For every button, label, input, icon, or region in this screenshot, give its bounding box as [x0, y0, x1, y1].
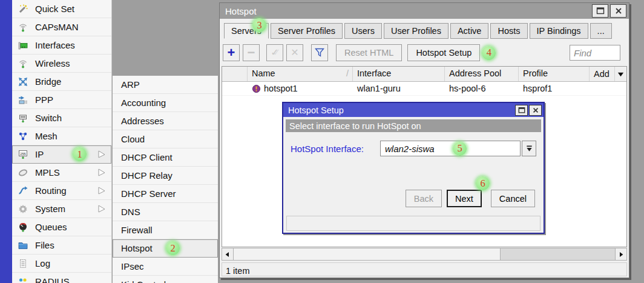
- scroll-right-button[interactable]: [615, 248, 626, 260]
- sidebar-item-switch[interactable]: Switch: [12, 109, 111, 127]
- submenu-item-label: Firewall: [121, 225, 153, 235]
- hotspot-window-titlebar[interactable]: Hotspot: [220, 3, 629, 19]
- sidebar-item-routing[interactable]: Routing: [12, 182, 111, 200]
- sidebar-item-label: Routing: [35, 185, 67, 196]
- sidebar-item-quick-set[interactable]: Quick Set: [12, 0, 111, 18]
- hotspot-server-icon: [252, 84, 261, 93]
- mpls-tag-icon: [17, 167, 29, 179]
- sidebar-item-label: Mesh: [35, 131, 58, 141]
- close-button[interactable]: [610, 4, 626, 18]
- step-badge-2: 2: [166, 241, 180, 255]
- status-bar: 1 item: [222, 262, 627, 276]
- hotspot-setup-button[interactable]: Hotspot Setup: [407, 44, 480, 61]
- hotspot-toolbar: + − ✓ ✕ Reset HTML Hotspot Setup 4: [220, 39, 629, 62]
- sidebar-item-mpls[interactable]: MPLS: [12, 164, 111, 182]
- back-button[interactable]: Back: [406, 190, 442, 207]
- submenu-item-hotspot[interactable]: Hotspot 2: [113, 239, 218, 258]
- disable-button[interactable]: ✕: [286, 44, 303, 61]
- tab-hosts[interactable]: Hosts: [490, 23, 527, 39]
- submenu-item-cloud[interactable]: Cloud: [113, 130, 218, 148]
- submenu-item-accounting[interactable]: Accounting: [113, 94, 218, 112]
- column-header-name[interactable]: Name /: [248, 67, 353, 81]
- sidebar-item-mesh[interactable]: Mesh: [12, 127, 111, 145]
- add-button[interactable]: +: [223, 44, 240, 61]
- sidebar-item-label: CAPsMAN: [35, 22, 79, 32]
- sidebar-item-files[interactable]: Files: [12, 236, 111, 255]
- main-menu-list: Quick Set CAPsMAN Interfaces Wireless Br…: [12, 0, 111, 283]
- submenu-item-dhcp-server[interactable]: DHCP Server: [113, 185, 218, 203]
- sidebar-item-system[interactable]: System: [12, 200, 111, 218]
- sidebar-item-ppp[interactable]: PPP: [12, 91, 111, 109]
- tab-active[interactable]: Active: [450, 23, 489, 39]
- column-header-label: Name: [252, 68, 275, 81]
- winbox-screen: Quick Set CAPsMAN Interfaces Wireless Br…: [0, 0, 644, 283]
- interface-dropdown-button[interactable]: [522, 141, 536, 156]
- column-header-interface[interactable]: Interface: [353, 67, 445, 81]
- submenu-item-kid-control[interactable]: Kid Control: [113, 276, 218, 283]
- submenu-item-firewall[interactable]: Firewall: [113, 221, 218, 239]
- submenu-item-dns[interactable]: DNS: [113, 203, 218, 221]
- sidebar-item-radius[interactable]: RADIUS: [12, 273, 111, 283]
- maximize-button[interactable]: [592, 4, 608, 18]
- sidebar-item-label: IP: [35, 149, 44, 159]
- tab-servers[interactable]: Servers 3: [224, 23, 269, 39]
- dialog-close-button[interactable]: [529, 105, 542, 116]
- interface-field-row: HotSpot Interface: 5: [291, 141, 536, 156]
- sidebar-item-label: PPP: [35, 95, 53, 105]
- sidebar-item-wireless[interactable]: Wireless: [12, 55, 111, 73]
- submenu-item-label: ARP: [121, 79, 140, 90]
- dropdown-arrow-icon: [525, 145, 533, 153]
- sidebar-item-capsman[interactable]: CAPsMAN: [12, 18, 111, 36]
- sidebar-item-log[interactable]: Log: [12, 255, 111, 273]
- tab-more[interactable]: ...: [590, 23, 612, 39]
- find-input[interactable]: [570, 45, 620, 61]
- submenu-item-dhcp-relay[interactable]: DHCP Relay: [113, 167, 218, 185]
- column-picker-button[interactable]: [614, 67, 626, 81]
- dialog-maximize-button[interactable]: [515, 105, 528, 116]
- routing-arrows-icon: [17, 185, 29, 197]
- submenu-item-label: Cloud: [121, 134, 145, 144]
- submenu-item-label: Accounting: [121, 98, 166, 108]
- reset-html-button[interactable]: Reset HTML: [336, 44, 402, 61]
- column-header-address-pool[interactable]: Address Pool: [445, 67, 519, 81]
- hotspot-interface-combobox[interactable]: 5: [380, 141, 521, 156]
- column-header-add[interactable]: Add: [590, 67, 626, 81]
- submenu-arrow-icon: [97, 186, 107, 196]
- submenu-item-arp[interactable]: ARP: [113, 76, 218, 94]
- table-row[interactable]: hotspot1 wlan1-guru hs-pool-6 hsprof1: [222, 82, 626, 96]
- column-header-flags[interactable]: [222, 67, 248, 81]
- dialog-titlebar[interactable]: Hotspot Setup: [283, 103, 544, 117]
- sidebar-item-interfaces[interactable]: Interfaces: [12, 36, 111, 55]
- scroll-left-button[interactable]: [222, 248, 234, 260]
- enable-button[interactable]: ✓: [266, 44, 283, 61]
- minus-icon: −: [248, 46, 255, 59]
- sidebar-item-bridge[interactable]: Bridge: [12, 73, 111, 91]
- submenu-item-dhcp-client[interactable]: DHCP Client: [113, 148, 218, 167]
- tab-user-profiles[interactable]: User Profiles: [384, 23, 448, 39]
- hotspot-setup-dialog: Hotspot Setup Select interface to run Ho…: [282, 102, 545, 234]
- tab-label: ...: [597, 26, 605, 36]
- horizontal-scrollbar[interactable]: [222, 248, 627, 261]
- svg-text:255: 255: [20, 151, 26, 155]
- scrollbar-thumb[interactable]: [234, 248, 501, 260]
- sidebar-item-ip[interactable]: 255 IP 1: [12, 145, 111, 164]
- tab-users[interactable]: Users: [344, 23, 382, 39]
- submenu-item-addresses[interactable]: Addresses: [113, 112, 218, 130]
- cancel-button[interactable]: Cancel: [491, 190, 535, 207]
- column-header-profile[interactable]: Profile: [519, 67, 590, 81]
- submenu-item-label: DHCP Client: [121, 152, 172, 162]
- tab-ip-bindings[interactable]: IP Bindings: [530, 23, 588, 39]
- server-name: hotspot1: [264, 84, 298, 93]
- tab-server-profiles[interactable]: Server Profiles: [271, 23, 343, 39]
- sidebar-item-queues[interactable]: Queues: [12, 218, 111, 236]
- next-button[interactable]: Next: [447, 190, 482, 207]
- sidebar-item-label: Queues: [35, 222, 67, 232]
- folder-icon: [17, 239, 29, 251]
- submenu-item-ipsec[interactable]: IPsec: [113, 258, 218, 276]
- hotspot-interface-input[interactable]: [385, 144, 453, 154]
- antenna-icon: [17, 21, 29, 33]
- filter-button[interactable]: [311, 44, 328, 61]
- remove-button[interactable]: −: [243, 44, 260, 61]
- x-mark-icon: ✕: [291, 48, 298, 58]
- sidebar-item-label: Interfaces: [35, 40, 75, 50]
